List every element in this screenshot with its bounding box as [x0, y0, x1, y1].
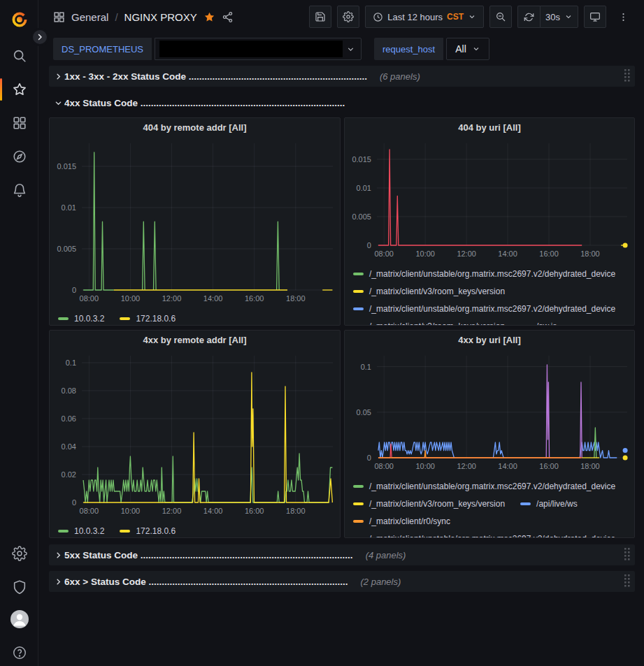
refresh-interval-dropdown[interactable]: 30s: [540, 6, 578, 28]
dashboard-grid-icon: [53, 11, 65, 23]
grafana-logo[interactable]: [0, 6, 38, 34]
panel-legend: 10.0.3.2172.18.0.6: [50, 308, 340, 325]
panel-title[interactable]: 4xx by remote addr [All]: [50, 331, 340, 349]
legend-label: /_matrix/client/unstable/org.matrix.msc2…: [369, 482, 615, 491]
more-options-button[interactable]: [612, 6, 634, 28]
legend-row: /_matrix/client/unstable/org.matrix.msc2…: [353, 265, 627, 282]
sidebar-item-starred[interactable]: [0, 75, 38, 103]
legend-row: /_matrix/client/unstable/org.matrix.msc2…: [353, 530, 627, 537]
sidebar-item-alerting[interactable]: [0, 176, 38, 204]
grafana-logo-icon: [10, 10, 29, 29]
legend-item[interactable]: /_matrix/client/v3/room_keys/version: [353, 287, 505, 296]
panel-404-by-remote-addr: 404 by remote addr [All] 00.0050.010.015…: [49, 117, 341, 326]
legend-item[interactable]: /api/live/ws: [520, 499, 578, 509]
chevron-down-icon: [346, 45, 355, 54]
legend-swatch-icon: [353, 537, 364, 538]
legend-label: /_matrix/client/v3/room_keys/version: [369, 499, 505, 509]
row-header-1xx-3xx-2xx[interactable]: 1xx - 3xx - 2xx Status Code ............…: [49, 66, 635, 87]
svg-text:14:00: 14:00: [498, 462, 517, 470]
sidebar-item-explore[interactable]: [0, 143, 38, 171]
save-icon: [315, 11, 326, 22]
svg-text:12:00: 12:00: [457, 462, 475, 470]
share-icon[interactable]: [222, 11, 234, 23]
monitor-icon: [589, 11, 601, 22]
svg-text:16:00: 16:00: [245, 294, 264, 303]
gear-icon: [12, 546, 27, 561]
row-drag-handle[interactable]: [624, 68, 631, 85]
legend-row: /_matrix/client/r0/sync: [353, 512, 627, 530]
svg-text:16:00: 16:00: [245, 507, 264, 515]
legend-item[interactable]: /_matrix/client/v3/room_keys/version: [353, 321, 505, 326]
row-header-4xx[interactable]: 4xx Status Code ........................…: [49, 92, 635, 113]
panel-legend: /_matrix/client/unstable/org.matrix.msc2…: [345, 263, 634, 325]
legend-item[interactable]: /_matrix/client/unstable/org.matrix.msc2…: [353, 304, 615, 314]
legend-label: /_matrix/client/v3/room_keys/version: [369, 321, 505, 326]
legend-label: 172.18.0.6: [136, 314, 176, 324]
legend-swatch-icon: [120, 317, 130, 320]
row-header-6xx[interactable]: 6xx > Status Code ......................…: [49, 571, 635, 592]
legend-label: /_matrix/client/unstable/org.matrix.msc2…: [369, 269, 615, 279]
legend-swatch-icon: [58, 530, 69, 533]
legend-item[interactable]: 172.18.0.6: [120, 526, 176, 536]
refresh-button[interactable]: [517, 6, 540, 28]
cycle-view-mode-button[interactable]: [584, 6, 606, 28]
sidebar-item-search[interactable]: [0, 42, 38, 70]
legend-row: 10.0.3.2172.18.0.6: [58, 310, 333, 325]
panel-title[interactable]: 404 by remote addr [All]: [50, 118, 340, 136]
row-drag-handle[interactable]: [624, 547, 631, 563]
legend-item[interactable]: /_matrix/client/unstable/org.matrix.msc2…: [353, 482, 615, 491]
breadcrumb-dashboard-title[interactable]: NGINX PROXY: [124, 11, 197, 23]
sidebar-item-configuration[interactable]: [0, 540, 38, 567]
time-series-chart[interactable]: 00.020.040.060.080.108:0010:0012:0014:00…: [50, 349, 340, 521]
time-series-chart[interactable]: 00.0050.010.01508:0010:0012:0014:0016:00…: [345, 136, 634, 263]
svg-text:0.01: 0.01: [62, 203, 76, 212]
svg-text:14:00: 14:00: [498, 249, 517, 258]
save-dashboard-button[interactable]: [309, 6, 331, 28]
legend-item[interactable]: /_matrix/client/unstable/org.matrix.msc2…: [353, 534, 615, 538]
svg-text:18:00: 18:00: [580, 462, 599, 470]
search-icon: [12, 48, 27, 64]
legend-swatch-icon: [353, 502, 364, 505]
zoom-out-time-button[interactable]: [489, 6, 512, 28]
sidebar-expand-button[interactable]: [31, 28, 49, 46]
legend-label: /_matrix/client/unstable/org.matrix.msc2…: [369, 534, 615, 538]
sidebar-item-server-admin[interactable]: [0, 573, 38, 601]
clock-icon: [373, 12, 383, 22]
time-range-picker[interactable]: Last 12 hours CST: [365, 6, 484, 28]
row-panel-count: (2 panels): [361, 577, 401, 587]
legend-item[interactable]: /_matrix/client/v3/room_keys/version: [353, 499, 505, 509]
legend-row: 10.0.3.2172.18.0.6: [58, 522, 333, 537]
star-filled-icon[interactable]: [203, 11, 215, 23]
legend-label: /sw.js: [536, 321, 557, 326]
legend-item[interactable]: 172.18.0.6: [120, 314, 176, 324]
sidebar-item-dashboards[interactable]: [0, 109, 38, 137]
legend-row: /_matrix/client/v3/room_keys/version/api…: [353, 495, 627, 512]
panel-title[interactable]: 4xx by uri [All]: [345, 331, 634, 349]
breadcrumb-folder[interactable]: General: [71, 11, 108, 23]
time-series-chart[interactable]: 00.0050.010.01508:0010:0012:0014:0016:00…: [50, 136, 340, 308]
redacted-value: [159, 41, 343, 57]
legend-item[interactable]: /sw.js: [520, 321, 557, 326]
sidebar-item-help[interactable]: [0, 639, 38, 666]
dashboard-settings-button[interactable]: [337, 6, 359, 28]
time-series-chart[interactable]: 00.050.108:0010:0012:0014:0016:0018:00: [345, 349, 634, 476]
svg-text:0: 0: [72, 286, 76, 294]
legend-item[interactable]: /_matrix/client/unstable/org.matrix.msc2…: [353, 269, 615, 279]
svg-text:10:00: 10:00: [415, 249, 434, 258]
row-title: 4xx Status Code ........................…: [64, 98, 345, 108]
variable-datasource-select[interactable]: [155, 38, 362, 60]
chevron-down-icon: [468, 13, 476, 21]
row-title: 6xx > Status Code ......................…: [64, 577, 348, 587]
sidebar-item-profile[interactable]: [0, 605, 38, 633]
panel-4xx-by-uri: 4xx by uri [All] 00.050.108:0010:0012:00…: [344, 330, 635, 538]
row-drag-handle[interactable]: [624, 574, 631, 590]
legend-item[interactable]: 10.0.3.2: [58, 526, 104, 536]
panel-4xx-by-remote-addr: 4xx by remote addr [All] 00.020.040.060.…: [49, 330, 341, 538]
chevron-right-icon: [52, 551, 64, 559]
variable-request-host-select[interactable]: All: [446, 38, 489, 60]
row-header-5xx[interactable]: 5xx Status Code ........................…: [49, 544, 635, 565]
panel-title[interactable]: 404 by uri [All]: [345, 118, 634, 136]
legend-item[interactable]: /_matrix/client/r0/sync: [353, 516, 450, 526]
chevron-down-icon: [564, 13, 573, 21]
legend-item[interactable]: 10.0.3.2: [58, 314, 104, 324]
